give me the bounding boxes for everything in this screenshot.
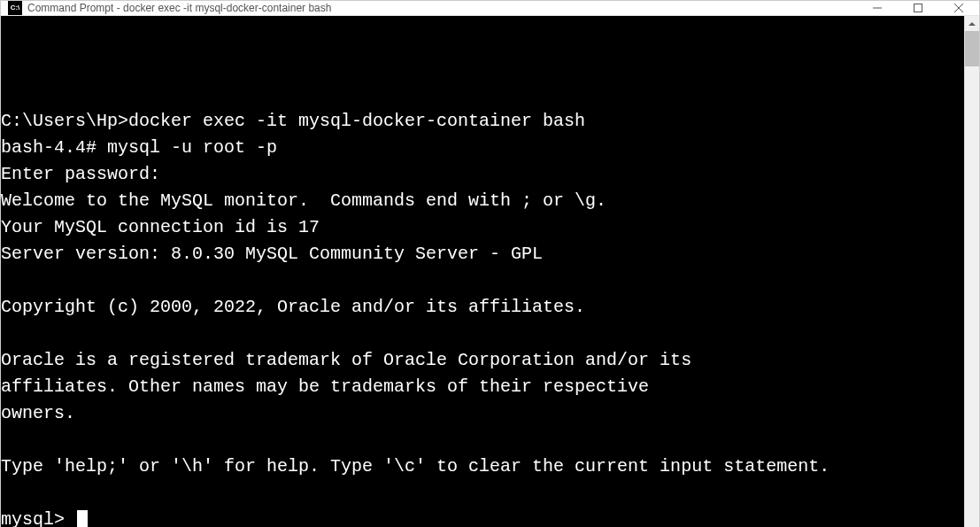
terminal-line: Oracle is a registered trademark of Orac…: [1, 350, 691, 370]
window-title: Command Prompt - docker exec -it mysql-d…: [27, 2, 857, 14]
terminal-line: Welcome to the MySQL monitor. Commands e…: [1, 190, 606, 211]
scrollbar-thumb[interactable]: [965, 31, 979, 66]
scrollbar[interactable]: [964, 16, 979, 527]
terminal[interactable]: C:\Users\Hp>docker exec -it mysql-docker…: [1, 16, 964, 527]
scrollbar-up-arrow[interactable]: [965, 16, 979, 31]
terminal-line: C:\Users\Hp>docker exec -it mysql-docker…: [1, 111, 585, 131]
terminal-line: Copyright (c) 2000, 2022, Oracle and/or …: [1, 297, 585, 317]
maximize-button[interactable]: [898, 1, 938, 15]
terminal-line: affiliates. Other names may be trademark…: [1, 376, 649, 397]
close-button[interactable]: [938, 1, 979, 15]
chevron-up-icon: [968, 22, 976, 26]
maximize-icon: [914, 4, 922, 12]
minimize-button[interactable]: [857, 1, 898, 15]
svg-rect-0: [914, 4, 922, 12]
terminal-line: Type 'help;' or '\h' for help. Type '\c'…: [1, 456, 830, 477]
terminal-prompt: mysql>: [1, 509, 75, 527]
app-icon: C:\: [8, 1, 22, 15]
terminal-line: Your MySQL connection id is 17: [1, 217, 320, 237]
titlebar[interactable]: C:\ Command Prompt - docker exec -it mys…: [1, 1, 979, 16]
terminal-content: C:\Users\Hp>docker exec -it mysql-docker…: [1, 69, 964, 527]
minimize-icon: [873, 4, 882, 12]
terminal-line: Server version: 8.0.30 MySQL Community S…: [1, 244, 543, 264]
terminal-line: bash-4.4# mysql -u root -p: [1, 137, 277, 158]
terminal-line: owners.: [1, 403, 75, 423]
close-icon: [954, 4, 963, 12]
window-controls: [857, 1, 979, 15]
cursor: [77, 510, 88, 527]
terminal-line: Enter password:: [1, 164, 160, 184]
command-prompt-window: C:\ Command Prompt - docker exec -it mys…: [0, 0, 980, 527]
scrollbar-track[interactable]: [965, 31, 979, 527]
terminal-area: C:\Users\Hp>docker exec -it mysql-docker…: [1, 16, 979, 527]
